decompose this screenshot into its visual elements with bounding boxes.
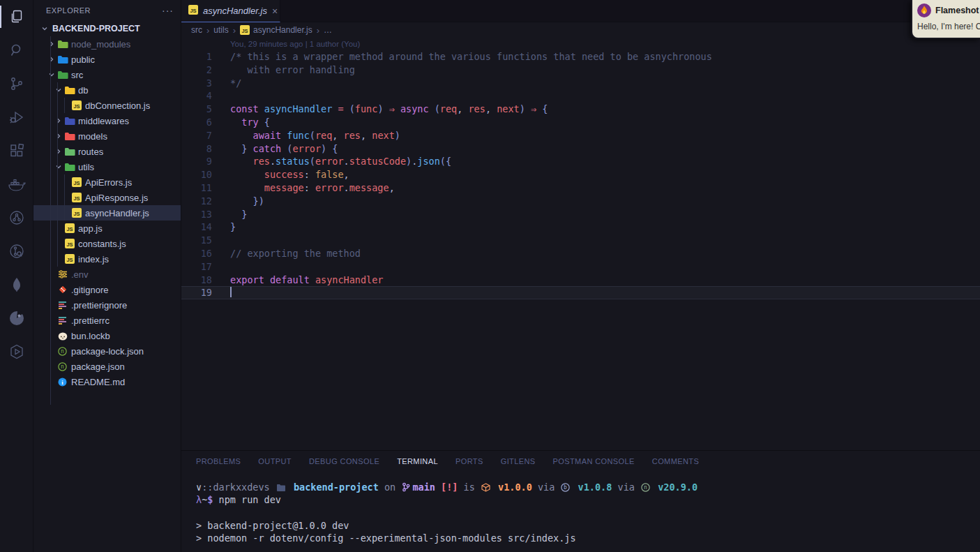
- chevron-spacer: [46, 345, 56, 357]
- tree-item-bun-lockb[interactable]: bun.lockb: [33, 328, 181, 343]
- code-line-6: 6 try {: [181, 116, 980, 129]
- tree-item-db[interactable]: db: [33, 82, 181, 98]
- tree-item-label: .prettierrc: [71, 315, 110, 326]
- more-actions-icon[interactable]: ···: [162, 5, 174, 16]
- readme-file-icon: i: [56, 376, 68, 387]
- flameshot-flame-icon: [917, 3, 931, 17]
- tree-root-label: BACKEND-PROJECT: [52, 24, 140, 33]
- line-number: 4: [181, 89, 212, 103]
- tree-item-public[interactable]: public: [33, 52, 181, 67]
- code-line-19: 19: [181, 286, 980, 299]
- bun-icon: b: [561, 482, 570, 495]
- panel-tab-debug-console[interactable]: DEBUG CONSOLE: [309, 457, 379, 465]
- panel-tab-postman-console[interactable]: POSTMAN CONSOLE: [553, 457, 635, 465]
- activity-hexagon-play-icon[interactable]: [0, 335, 33, 368]
- tree-item--gitignore[interactable]: .gitignore: [33, 282, 181, 297]
- code-line-8: 8 } catch (error) {: [181, 142, 980, 156]
- panel-tab-gitlens[interactable]: GITLENS: [501, 457, 536, 465]
- terminal-output[interactable]: ∨::darkxxdevs backend-project on main [!…: [181, 472, 980, 544]
- tree-item--env[interactable]: .env: [33, 267, 181, 282]
- chevron-spacer: [46, 376, 56, 387]
- folder-middleware-icon: [63, 115, 75, 126]
- tree-item--prettierrc[interactable]: .prettierrc: [33, 313, 181, 328]
- code-line-10: 10 success: false,: [181, 168, 980, 181]
- tree-item-dbConnection-js[interactable]: JSdbConnection.js: [33, 98, 181, 113]
- svg-text:n: n: [61, 348, 64, 355]
- activity-run-debug-icon[interactable]: [0, 100, 33, 134]
- npm-file-icon: n: [56, 361, 68, 372]
- tree-item-constants-js[interactable]: JSconstants.js: [33, 236, 181, 251]
- tree-item-node-modules[interactable]: node_modules: [33, 36, 181, 52]
- gitlens-blame: You, 29 minutes ago | 1 author (You): [181, 38, 980, 50]
- text-cursor: [230, 287, 232, 297]
- tree-item--prettierignore[interactable]: .prettierignore: [33, 297, 181, 313]
- code-line-12: 12 }): [181, 195, 980, 208]
- indent-guide: [64, 98, 65, 113]
- panel-tab-terminal[interactable]: TERMINAL: [397, 457, 438, 465]
- breadcrumb-item-asyncHandler-js[interactable]: JSasyncHandler.js: [240, 25, 312, 35]
- tree-item-src[interactable]: src: [33, 67, 181, 82]
- tree-item-models[interactable]: models: [33, 128, 181, 144]
- code-line-5: 5const asyncHandler = (func) ⇒ async (re…: [181, 103, 980, 116]
- breadcrumb: src›utils›JSasyncHandler.js›…: [181, 22, 980, 38]
- panel-tab-ports[interactable]: PORTS: [455, 457, 483, 465]
- activity-extensions-icon[interactable]: [0, 134, 33, 167]
- tree-item-routes[interactable]: routes: [33, 144, 181, 159]
- tree-item-root[interactable]: BACKEND-PROJECT: [33, 21, 181, 36]
- code-text: success: false,: [212, 168, 349, 181]
- terminal-line: > nodemon -r dotenv/config --experimenta…: [196, 532, 980, 544]
- tree-item-app-js[interactable]: JSapp.js: [33, 221, 181, 236]
- tree-item-middlewares[interactable]: middlewares: [33, 113, 181, 128]
- tree-item-label: index.js: [78, 254, 109, 264]
- activity-mongodb-icon[interactable]: [0, 268, 33, 301]
- tree-item-index-js[interactable]: JSindex.js: [33, 251, 181, 267]
- tree-item-package-lock-json[interactable]: npackage-lock.json: [33, 343, 181, 359]
- breadcrumb-label: asyncHandler.js: [253, 25, 312, 35]
- line-number: 19: [181, 286, 212, 299]
- panel-tab-problems[interactable]: PROBLEMS: [196, 457, 241, 465]
- tab-asyncHandler-js[interactable]: JS asyncHandler.js ×: [181, 0, 280, 22]
- tree-item-package-json[interactable]: npackage.json: [33, 359, 181, 374]
- tree-item-label: README.md: [71, 377, 125, 387]
- tree-item-ApiResponse-js[interactable]: JSApiResponse.js: [33, 190, 181, 205]
- activity-explorer-icon[interactable]: [0, 0, 33, 33]
- tab-close-icon[interactable]: ×: [272, 6, 278, 16]
- breadcrumb-separator: ›: [233, 25, 236, 36]
- chevron-spacer: [53, 253, 63, 264]
- tree-item-label: asyncHandler.js: [85, 208, 149, 218]
- code-line-11: 11 message: error.message,: [181, 181, 980, 195]
- breadcrumb-item-more[interactable]: …: [324, 25, 332, 35]
- tree-item-README-md[interactable]: iREADME.md: [33, 374, 181, 389]
- file-tree: BACKEND-PROJECTnode_modulespublicsrcdbJS…: [33, 21, 181, 389]
- tree-item-asyncHandler-js[interactable]: JSasyncHandler.js: [33, 205, 181, 221]
- panel-tab-comments[interactable]: COMMENTS: [652, 457, 699, 465]
- activity-bar: [0, 0, 33, 552]
- panel-tab-output[interactable]: OUTPUT: [258, 457, 292, 465]
- tree-item-utils[interactable]: utils: [33, 159, 181, 174]
- chevron-down-icon: [53, 161, 63, 172]
- activity-search-icon[interactable]: [0, 33, 33, 67]
- tree-item-label: package.json: [71, 361, 125, 372]
- tree-item-label: .gitignore: [71, 285, 108, 295]
- chevron-down-icon: [53, 84, 63, 96]
- folder-routes-icon: [63, 146, 75, 157]
- flameshot-notification[interactable]: Flameshot Hello, I'm here! C: [911, 0, 980, 39]
- folder-db-icon: [63, 84, 75, 96]
- breadcrumb-separator: ›: [317, 25, 319, 36]
- activity-docker-icon[interactable]: [0, 167, 33, 201]
- activity-postman-icon[interactable]: [0, 301, 33, 335]
- code-line-15: 15: [181, 234, 980, 247]
- activity-source-control-icon[interactable]: [0, 67, 33, 100]
- line-number: 10: [181, 168, 212, 181]
- tree-item-label: dbConnection.js: [85, 100, 150, 111]
- activity-remote-graph-icon[interactable]: [0, 201, 33, 234]
- activity-gitlens-icon[interactable]: [0, 234, 33, 268]
- breadcrumb-item-utils[interactable]: utils: [213, 25, 228, 35]
- svg-text:JS: JS: [73, 195, 80, 202]
- tree-item-label: node_modules: [71, 39, 130, 50]
- breadcrumb-item-src[interactable]: src: [191, 25, 202, 35]
- tree-item-ApiErrors-js[interactable]: JSApiErrors.js: [33, 174, 181, 190]
- code-editor[interactable]: You, 29 minutes ago | 1 author (You) 1/*…: [181, 38, 980, 450]
- code-line-7: 7 await func(req, res, next): [181, 129, 980, 142]
- vscode-window: EXPLORER ··· BACKEND-PROJECTnode_modules…: [0, 0, 980, 552]
